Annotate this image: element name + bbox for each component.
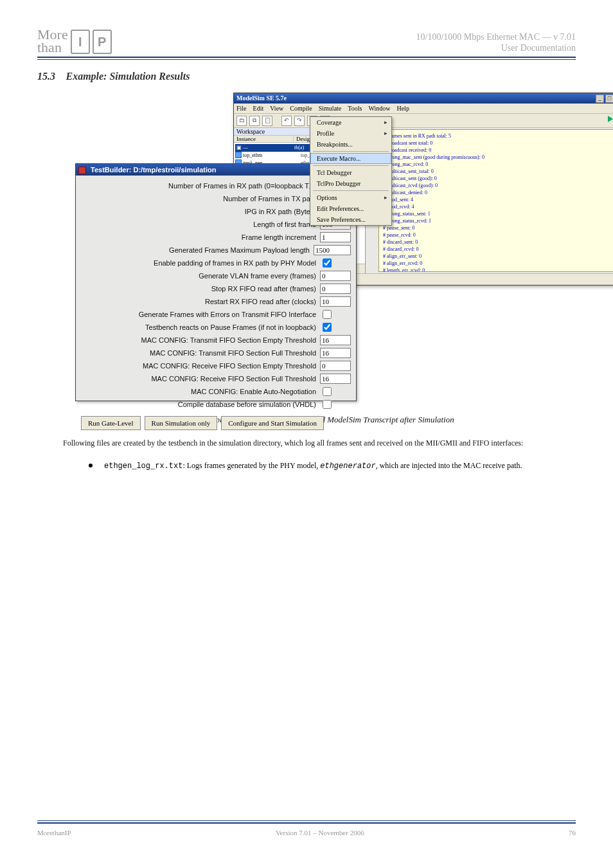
logo-letter-i: I: [71, 30, 90, 54]
log-line: # wrong_mac_sent (good during promiscuou…: [383, 154, 613, 161]
brand-logo: More than I P: [37, 28, 112, 54]
input-max-payload[interactable]: [314, 245, 351, 255]
maximize-button[interactable]: □: [605, 95, 613, 103]
chk-compile[interactable]: [323, 400, 332, 409]
modelsim-title-text: ModelSim SE 5.7e: [236, 93, 287, 104]
doc-header-title: 10/100/1000 Mbps Ethernet MAC — v 7.01 U…: [416, 32, 576, 54]
lbl-gen-err: Generate Frames with Errors on Transmit …: [81, 311, 316, 318]
chk-gen-err[interactable]: [323, 310, 332, 319]
log-line: # discard_rcvd: 0: [383, 246, 613, 253]
minimize-button[interactable]: _: [596, 95, 604, 103]
figure-34: ModelSim SE 5.7e _ □ × File Edit View Co…: [75, 93, 538, 408]
menu-edit[interactable]: Edit: [253, 105, 264, 112]
lbl-pad: Enable padding of frames in RX path by P…: [81, 259, 316, 267]
log-line: # multicast_sent (good): 0: [383, 175, 613, 182]
lbl-incr: Frame length increment: [81, 233, 316, 241]
input-rxempty[interactable]: [320, 361, 351, 371]
redo-icon[interactable]: ↷: [294, 116, 305, 126]
menu-tools[interactable]: Tools: [348, 105, 362, 112]
run-gate-level-button[interactable]: Run Gate-Level: [81, 416, 141, 430]
menu-simulate[interactable]: Simulate: [319, 105, 342, 112]
footer-center: Version 7.01 – November 2006: [276, 829, 364, 837]
chk-autoneg[interactable]: [323, 387, 332, 396]
lbl-first-len: Length of first frame: [81, 221, 316, 228]
tools-menu-item[interactable]: Execute Macro...: [310, 153, 391, 164]
tools-menu-item[interactable]: Save Preferences...: [310, 214, 391, 225]
footer-right: 76: [569, 829, 576, 837]
code-module: ethgenerator: [320, 462, 375, 471]
configure-start-button[interactable]: Configure and Start Simulation: [221, 416, 324, 430]
tools-menu-item[interactable]: Coverage: [310, 117, 391, 128]
tools-dropdown[interactable]: CoverageProfileBreakpoints...Execute Mac…: [310, 116, 392, 226]
log-line: # wrong_status_rcvd: 1: [383, 217, 613, 224]
tools-menu-item[interactable]: Options: [310, 192, 391, 203]
footer: MorethanIP Version 7.01 – November 2006 …: [37, 820, 576, 837]
log-line: # pause_sent: 0: [383, 224, 613, 231]
tools-menu-item[interactable]: Tcl Debugger: [310, 167, 391, 178]
input-restart-rx[interactable]: [320, 296, 351, 307]
lbl-autoneg: MAC CONFIG: Enable Auto-Negotiation: [81, 388, 316, 395]
log-line: # wrong_mac_rcvd: 0: [383, 161, 613, 168]
log-line: # align_err_sent: 0: [383, 253, 613, 260]
bullet-text-1: : Logs frames generated by the PHY model…: [182, 461, 320, 470]
log-line: # Broadcast sent total: 0: [383, 140, 613, 147]
input-txfull[interactable]: [320, 348, 351, 358]
result-tooltip: # Frames sent in RX path total: 5# Broad…: [378, 129, 613, 272]
transcript-panel[interactable]: ▸ # Frames sent in RX path total: 5# Bro…: [366, 128, 613, 273]
paste-icon[interactable]: 📋: [262, 116, 272, 126]
modelsim-titlebar[interactable]: ModelSim SE 5.7e _ □ ×: [234, 93, 613, 104]
log-line: # Broadcast received: 0: [383, 147, 613, 154]
menu-help[interactable]: Help: [396, 105, 409, 112]
chk-pad[interactable]: [323, 258, 332, 267]
step-icon[interactable]: [608, 116, 613, 122]
lbl-txfull: MAC CONFIG: Transmit FIFO Section Full T…: [81, 349, 316, 357]
menu-view[interactable]: View: [270, 105, 283, 112]
col-instance[interactable]: Instance: [234, 136, 293, 142]
logo-word-than: than: [37, 41, 68, 54]
menu-window[interactable]: Window: [368, 105, 390, 112]
menu-file[interactable]: File: [236, 105, 247, 112]
tools-menu-item[interactable]: TclPro Debugger: [310, 178, 391, 189]
copy-icon[interactable]: ⧉: [249, 116, 260, 126]
undo-icon[interactable]: ↶: [281, 116, 292, 126]
log-line: # discard_sent: 0: [383, 239, 613, 246]
log-line: # align_err_rcvd: 0: [383, 260, 613, 267]
input-incr[interactable]: [320, 232, 351, 242]
lbl-compile: Compile database before simulation (VHDL…: [81, 401, 316, 408]
log-line: # wrong_status_sent: 1: [383, 210, 613, 217]
tools-menu-item[interactable]: Breakpoints...: [310, 139, 391, 150]
open-icon[interactable]: 🗀: [236, 116, 247, 126]
modelsim-menubar[interactable]: File Edit View Compile Simulate Tools Wi…: [234, 104, 613, 114]
lbl-pause: Testbench reacts on Pause Frames (if not…: [81, 323, 316, 331]
bullet-icon: [89, 464, 93, 467]
input-stop-rx[interactable]: [320, 284, 351, 294]
app-icon: [78, 167, 86, 174]
doc-title-line1: 10/100/1000 Mbps Ethernet MAC — v 7.01: [416, 32, 576, 43]
input-vlan[interactable]: [320, 271, 351, 281]
lbl-tx-frames: Number of Frames in TX path: [81, 195, 316, 203]
lbl-restart-rx: Restart RX FIFO read after (clocks): [81, 298, 316, 305]
section-title: Example: Simulation Results: [66, 71, 190, 82]
log-line: # length_err_rcvd: 0: [383, 267, 613, 272]
chk-pause[interactable]: [323, 323, 332, 332]
section-heading: 15.3 Example: Simulation Results: [37, 71, 576, 82]
logo-letter-p: P: [93, 30, 112, 54]
input-rxfull[interactable]: [320, 374, 351, 384]
lbl-rx-frames: Number of Frames in RX path (0=loopback …: [81, 182, 316, 190]
modelsim-toolbar[interactable]: 🗀 ⧉ 📋 ↶ ↷ 🔍 🖶 Waveform Compare ▸: [234, 114, 613, 128]
lbl-rxempty: MAC CONFIG: Receive FIFO Section Empty T…: [81, 362, 316, 370]
section-number: 15.3: [37, 71, 55, 82]
menu-compile[interactable]: Compile: [290, 105, 312, 112]
bullet-item: ethgen_log_rx.txt: Logs frames generated…: [89, 460, 576, 472]
doc-title-line2: User Documentation: [416, 43, 576, 54]
run-simulation-only-button[interactable]: Run Simulation only: [145, 416, 218, 430]
header-rule: [37, 57, 576, 60]
footer-left: MorethanIP: [37, 829, 71, 837]
input-txempty[interactable]: [320, 335, 351, 345]
lbl-rxfull: MAC CONFIG: Receive FIFO Section Full Th…: [81, 375, 316, 383]
log-line: # good_rcvd: 4: [383, 203, 613, 210]
log-line: # Frames sent in RX path total: 5: [383, 132, 613, 140]
paragraph-1: Following files are created by the testb…: [63, 437, 550, 449]
tools-menu-item[interactable]: Profile: [310, 128, 391, 139]
tools-menu-item[interactable]: Edit Preferences...: [310, 203, 391, 214]
